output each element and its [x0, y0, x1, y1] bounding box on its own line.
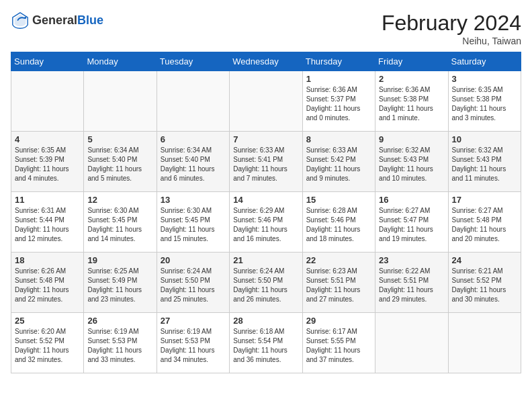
day-number: 9	[379, 134, 444, 144]
day-content: Sunrise: 6:30 AM Sunset: 5:45 PM Dayligh…	[87, 206, 152, 244]
calendar-cell: 5Sunrise: 6:34 AM Sunset: 5:40 PM Daylig…	[84, 132, 157, 192]
day-number: 6	[161, 134, 226, 144]
calendar-cell: 15Sunrise: 6:28 AM Sunset: 5:46 PM Dayli…	[302, 192, 375, 253]
day-number: 1	[306, 74, 371, 84]
calendar-cell: 17Sunrise: 6:27 AM Sunset: 5:48 PM Dayli…	[448, 192, 521, 253]
day-number: 29	[306, 316, 371, 326]
week-row-4: 18Sunrise: 6:26 AM Sunset: 5:48 PM Dayli…	[11, 253, 521, 313]
day-content: Sunrise: 6:21 AM Sunset: 5:52 PM Dayligh…	[452, 267, 517, 304]
calendar-cell: 27Sunrise: 6:19 AM Sunset: 5:53 PM Dayli…	[157, 313, 229, 373]
day-content: Sunrise: 6:34 AM Sunset: 5:40 PM Dayligh…	[161, 146, 226, 183]
day-number: 4	[15, 134, 80, 144]
day-content: Sunrise: 6:27 AM Sunset: 5:47 PM Dayligh…	[379, 206, 444, 244]
calendar-cell: 12Sunrise: 6:30 AM Sunset: 5:45 PM Dayli…	[84, 192, 157, 253]
day-content: Sunrise: 6:18 AM Sunset: 5:54 PM Dayligh…	[233, 327, 298, 365]
calendar-cell: 1Sunrise: 6:36 AM Sunset: 5:37 PM Daylig…	[302, 71, 375, 132]
day-number: 26	[87, 316, 152, 326]
header-row: Sunday Monday Tuesday Wednesday Thursday…	[11, 52, 521, 71]
day-content: Sunrise: 6:30 AM Sunset: 5:45 PM Dayligh…	[161, 206, 226, 244]
day-number: 17	[452, 195, 517, 205]
day-number: 19	[87, 255, 152, 265]
week-row-1: 1Sunrise: 6:36 AM Sunset: 5:37 PM Daylig…	[11, 71, 521, 132]
logo-general: General	[32, 13, 77, 27]
calendar-cell: 3Sunrise: 6:35 AM Sunset: 5:38 PM Daylig…	[448, 71, 521, 132]
day-content: Sunrise: 6:24 AM Sunset: 5:50 PM Dayligh…	[161, 267, 226, 304]
calendar-cell: 18Sunrise: 6:26 AM Sunset: 5:48 PM Dayli…	[11, 253, 84, 313]
day-number: 12	[87, 195, 152, 205]
logo-blue: Blue	[77, 13, 103, 27]
day-number: 21	[233, 255, 298, 265]
day-content: Sunrise: 6:36 AM Sunset: 5:38 PM Dayligh…	[379, 85, 444, 123]
calendar-cell: 21Sunrise: 6:24 AM Sunset: 5:50 PM Dayli…	[230, 253, 302, 313]
calendar-cell	[84, 71, 157, 132]
day-number: 13	[161, 195, 226, 205]
day-content: Sunrise: 6:20 AM Sunset: 5:52 PM Dayligh…	[15, 327, 80, 365]
day-number: 11	[15, 195, 80, 205]
calendar-cell	[375, 313, 448, 373]
day-number: 8	[306, 134, 371, 144]
day-number: 16	[379, 195, 444, 205]
day-number: 28	[233, 316, 298, 326]
day-content: Sunrise: 6:17 AM Sunset: 5:55 PM Dayligh…	[306, 327, 371, 365]
calendar-cell: 22Sunrise: 6:23 AM Sunset: 5:51 PM Dayli…	[302, 253, 375, 313]
day-content: Sunrise: 6:22 AM Sunset: 5:51 PM Dayligh…	[379, 267, 444, 304]
day-content: Sunrise: 6:35 AM Sunset: 5:39 PM Dayligh…	[15, 146, 80, 183]
calendar-cell: 29Sunrise: 6:17 AM Sunset: 5:55 PM Dayli…	[302, 313, 375, 373]
day-content: Sunrise: 6:32 AM Sunset: 5:43 PM Dayligh…	[379, 146, 444, 183]
calendar-cell: 10Sunrise: 6:32 AM Sunset: 5:43 PM Dayli…	[448, 132, 521, 192]
week-row-5: 25Sunrise: 6:20 AM Sunset: 5:52 PM Dayli…	[11, 313, 521, 373]
calendar-cell	[157, 71, 229, 132]
day-content: Sunrise: 6:19 AM Sunset: 5:53 PM Dayligh…	[87, 327, 152, 365]
calendar-cell	[11, 71, 84, 132]
calendar-table: Sunday Monday Tuesday Wednesday Thursday…	[11, 52, 521, 373]
calendar-cell: 11Sunrise: 6:31 AM Sunset: 5:44 PM Dayli…	[11, 192, 84, 253]
calendar-cell: 4Sunrise: 6:35 AM Sunset: 5:39 PM Daylig…	[11, 132, 84, 192]
calendar-cell: 23Sunrise: 6:22 AM Sunset: 5:51 PM Dayli…	[375, 253, 448, 313]
week-row-2: 4Sunrise: 6:35 AM Sunset: 5:39 PM Daylig…	[11, 132, 521, 192]
col-tuesday: Tuesday	[157, 52, 229, 71]
day-number: 15	[306, 195, 371, 205]
col-sunday: Sunday	[11, 52, 84, 71]
calendar-cell: 9Sunrise: 6:32 AM Sunset: 5:43 PM Daylig…	[375, 132, 448, 192]
day-content: Sunrise: 6:19 AM Sunset: 5:53 PM Dayligh…	[161, 327, 226, 365]
logo-icon	[11, 11, 30, 30]
day-number: 2	[379, 74, 444, 84]
day-content: Sunrise: 6:36 AM Sunset: 5:37 PM Dayligh…	[306, 85, 371, 123]
day-number: 20	[161, 255, 226, 265]
day-content: Sunrise: 6:32 AM Sunset: 5:43 PM Dayligh…	[452, 146, 517, 183]
calendar-cell: 20Sunrise: 6:24 AM Sunset: 5:50 PM Dayli…	[157, 253, 229, 313]
col-wednesday: Wednesday	[230, 52, 302, 71]
day-content: Sunrise: 6:35 AM Sunset: 5:38 PM Dayligh…	[452, 85, 517, 123]
calendar-header: Sunday Monday Tuesday Wednesday Thursday…	[11, 52, 521, 71]
day-content: Sunrise: 6:25 AM Sunset: 5:49 PM Dayligh…	[87, 267, 152, 304]
col-monday: Monday	[84, 52, 157, 71]
col-friday: Friday	[375, 52, 448, 71]
calendar-body: 1Sunrise: 6:36 AM Sunset: 5:37 PM Daylig…	[11, 71, 521, 373]
logo-text: GeneralBlue	[32, 13, 103, 28]
day-number: 27	[161, 316, 226, 326]
calendar-cell: 24Sunrise: 6:21 AM Sunset: 5:52 PM Dayli…	[448, 253, 521, 313]
calendar-cell: 28Sunrise: 6:18 AM Sunset: 5:54 PM Dayli…	[230, 313, 302, 373]
calendar-cell: 16Sunrise: 6:27 AM Sunset: 5:47 PM Dayli…	[375, 192, 448, 253]
day-content: Sunrise: 6:24 AM Sunset: 5:50 PM Dayligh…	[233, 267, 298, 304]
day-number: 18	[15, 255, 80, 265]
col-saturday: Saturday	[448, 52, 521, 71]
day-content: Sunrise: 6:23 AM Sunset: 5:51 PM Dayligh…	[306, 267, 371, 304]
calendar-cell: 8Sunrise: 6:33 AM Sunset: 5:42 PM Daylig…	[302, 132, 375, 192]
calendar-cell: 26Sunrise: 6:19 AM Sunset: 5:53 PM Dayli…	[84, 313, 157, 373]
calendar-cell: 6Sunrise: 6:34 AM Sunset: 5:40 PM Daylig…	[157, 132, 229, 192]
col-thursday: Thursday	[302, 52, 375, 71]
page-header: GeneralBlue February 2024 Neihu, Taiwan	[11, 11, 521, 46]
day-content: Sunrise: 6:33 AM Sunset: 5:42 PM Dayligh…	[306, 146, 371, 183]
day-number: 5	[87, 134, 152, 144]
calendar-cell: 19Sunrise: 6:25 AM Sunset: 5:49 PM Dayli…	[84, 253, 157, 313]
week-row-3: 11Sunrise: 6:31 AM Sunset: 5:44 PM Dayli…	[11, 192, 521, 253]
month-title: February 2024	[382, 11, 521, 36]
day-content: Sunrise: 6:33 AM Sunset: 5:41 PM Dayligh…	[233, 146, 298, 183]
day-number: 23	[379, 255, 444, 265]
day-content: Sunrise: 6:28 AM Sunset: 5:46 PM Dayligh…	[306, 206, 371, 244]
day-content: Sunrise: 6:34 AM Sunset: 5:40 PM Dayligh…	[87, 146, 152, 183]
day-content: Sunrise: 6:26 AM Sunset: 5:48 PM Dayligh…	[15, 267, 80, 304]
logo: GeneralBlue	[11, 11, 103, 30]
day-number: 7	[233, 134, 298, 144]
